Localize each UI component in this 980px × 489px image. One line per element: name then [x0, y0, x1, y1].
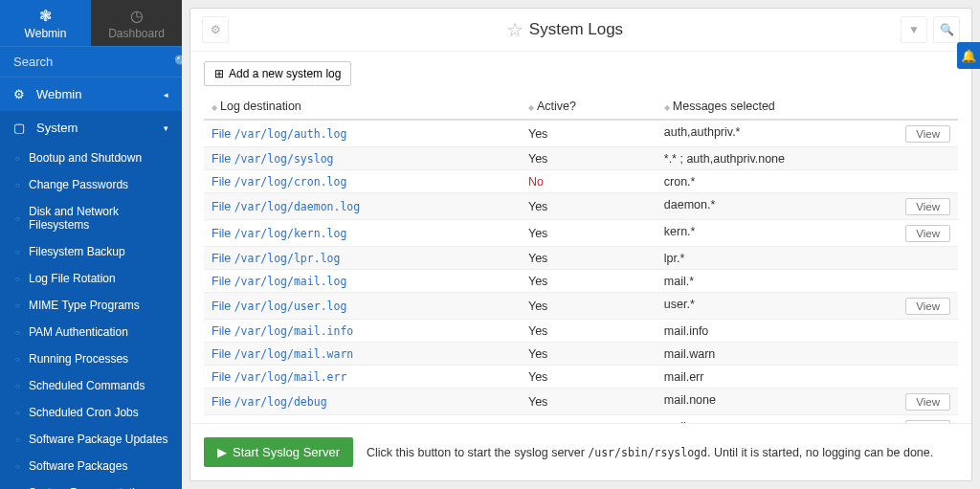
messages-cell: mail.warn: [657, 343, 958, 366]
nav-item-change-passwords[interactable]: ○Change Passwords: [0, 171, 182, 198]
filter-button[interactable]: ▼: [901, 16, 927, 43]
log-link[interactable]: File /var/log/mail.info: [212, 324, 353, 338]
log-link[interactable]: File /var/log/debug: [212, 395, 327, 409]
active-cell: Yes: [521, 120, 657, 147]
nav-item-label: Software Packages: [29, 459, 127, 473]
log-row: File /var/log/mail.logYesmail.*: [204, 270, 958, 293]
search-input[interactable]: [13, 55, 174, 69]
log-link[interactable]: File /var/log/mail.err: [212, 370, 346, 384]
nav-section-label: System: [36, 121, 78, 135]
view-button[interactable]: View: [905, 225, 950, 242]
nav-item-scheduled-commands[interactable]: ○Scheduled Commands: [0, 372, 182, 399]
active-cell: Yes: [521, 293, 657, 320]
nav-section-system[interactable]: ▢System▾: [0, 111, 182, 144]
log-link[interactable]: File /var/log/lpr.log: [212, 252, 340, 265]
col-destination[interactable]: ◆Log destination: [204, 94, 521, 120]
nav-item-running-processes[interactable]: ○Running Processes: [0, 345, 182, 372]
log-link[interactable]: File /var/log/mail.log: [212, 275, 346, 288]
bullet-icon: ○: [15, 382, 20, 390]
notifications-tab[interactable]: 🔔: [957, 42, 980, 69]
log-link[interactable]: File /var/log/mail.warn: [212, 347, 353, 361]
magnify-icon: 🔍: [940, 23, 954, 36]
nav-item-scheduled-cron-jobs[interactable]: ○Scheduled Cron Jobs: [0, 399, 182, 426]
nav-item-filesystem-backup[interactable]: ○Filesystem Backup: [0, 238, 182, 265]
messages-cell: cron.*: [657, 170, 958, 193]
log-row: File /var/log/debugYesmail.noneView: [204, 389, 958, 415]
bullet-icon: ○: [15, 409, 20, 417]
active-cell: Yes: [521, 247, 657, 270]
nav-item-label: Scheduled Commands: [29, 379, 145, 392]
messages-cell: mail.info: [657, 320, 958, 343]
bullet-icon: ○: [15, 462, 20, 471]
messages-cell: auth,authpriv.*View: [657, 120, 958, 147]
log-link[interactable]: File /var/log/cron.log: [212, 175, 346, 189]
page-title: System Logs: [529, 20, 623, 39]
nav-item-software-package-updates[interactable]: ○Software Package Updates: [0, 426, 182, 453]
star-icon[interactable]: ☆: [506, 18, 523, 41]
view-button[interactable]: View: [905, 125, 950, 143]
footer: ▶ Start Syslog Server Click this button …: [190, 423, 971, 480]
messages-cell: mail.noneView: [657, 415, 958, 424]
nav-item-label: Disk and Network Filesystems: [29, 205, 168, 232]
nav-item-log-file-rotation[interactable]: ○Log File Rotation: [0, 265, 182, 292]
nav-item-system-documentation[interactable]: ○System Documentation: [0, 479, 182, 489]
start-syslog-button[interactable]: ▶ Start Syslog Server: [204, 437, 353, 467]
log-row: File /var/log/mail.warnYesmail.warn: [204, 343, 958, 366]
bullet-icon: ○: [15, 355, 20, 364]
log-link[interactable]: File /var/log/kern.log: [212, 227, 346, 240]
play-icon: ▶: [217, 445, 227, 459]
dashboard-icon: ◷: [130, 7, 144, 25]
tab-webmin[interactable]: ❃ Webmin: [0, 0, 91, 46]
nav-item-label: Filesystem Backup: [29, 245, 125, 258]
plus-icon: ⊞: [214, 67, 224, 80]
log-row: File /var/log/messagesYesmail.noneView: [204, 415, 958, 424]
log-row: File /var/log/mail.infoYesmail.info: [204, 320, 958, 343]
log-row: File /var/log/syslogYes*.* ; auth,authpr…: [204, 147, 958, 170]
nav-item-label: MIME Type Programs: [29, 299, 140, 312]
messages-cell: daemon.*View: [657, 193, 958, 220]
messages-cell: mail.err: [657, 366, 958, 389]
search-toggle-button[interactable]: 🔍: [933, 16, 960, 43]
messages-cell: mail.*: [657, 270, 958, 293]
log-row: File /var/log/daemon.logYesdaemon.*View: [204, 193, 958, 220]
nav-item-label: Running Processes: [29, 352, 128, 366]
active-cell: Yes: [521, 270, 657, 293]
log-row: File /var/log/auth.logYesauth,authpriv.*…: [204, 120, 958, 147]
nav-item-software-packages[interactable]: ○Software Packages: [0, 453, 182, 479]
nav-item-label: PAM Authentication: [29, 325, 128, 339]
messages-cell: mail.noneView: [657, 389, 958, 415]
log-link[interactable]: File /var/log/auth.log: [212, 127, 346, 141]
start-syslog-hint: Click this button to start the syslog se…: [367, 446, 933, 459]
nav-item-bootup-and-shutdown[interactable]: ○Bootup and Shutdown: [0, 144, 182, 171]
settings-button[interactable]: ⚙: [202, 16, 229, 43]
logs-table: ◆Log destination ◆Active? ◆Messages sele…: [204, 94, 958, 423]
col-messages[interactable]: ◆Messages selected: [657, 94, 958, 120]
log-row: File /var/log/cron.logNocron.*: [204, 170, 958, 193]
search-row: 🔍: [0, 46, 182, 78]
col-active[interactable]: ◆Active?: [521, 94, 657, 120]
log-link[interactable]: File /var/log/syslog: [212, 152, 333, 166]
tab-dashboard[interactable]: ◷ Dashboard: [91, 0, 182, 46]
bullet-icon: ○: [15, 154, 20, 163]
tab-webmin-label: Webmin: [25, 27, 67, 40]
view-button[interactable]: View: [905, 298, 950, 315]
add-system-log-top[interactable]: ⊞ Add a new system log: [204, 61, 351, 86]
nav-item-pam-authentication[interactable]: ○PAM Authentication: [0, 319, 182, 345]
nav-item-mime-type-programs[interactable]: ○MIME Type Programs: [0, 292, 182, 319]
log-link[interactable]: File /var/log/user.log: [212, 300, 346, 313]
nav-item-label: Change Passwords: [29, 178, 128, 191]
nav-section-webmin[interactable]: ⚙Webmin◂: [0, 78, 182, 111]
active-cell: Yes: [521, 220, 657, 247]
nav-item-disk-and-network-filesystems[interactable]: ○Disk and Network Filesystems: [0, 198, 182, 238]
active-cell: No: [521, 170, 657, 193]
log-link[interactable]: File /var/log/daemon.log: [212, 200, 360, 213]
active-cell: Yes: [521, 147, 657, 170]
search-icon[interactable]: 🔍: [174, 55, 182, 69]
chevron-icon: ◂: [164, 90, 168, 100]
content-card: ⚙ ☆ System Logs ▼ 🔍 ⊞ Add a new system l…: [189, 8, 972, 481]
view-button[interactable]: View: [905, 393, 950, 411]
active-cell: Yes: [521, 389, 657, 415]
bullet-icon: ○: [15, 248, 20, 256]
view-button[interactable]: View: [905, 198, 950, 215]
bullet-icon: ○: [15, 181, 20, 189]
